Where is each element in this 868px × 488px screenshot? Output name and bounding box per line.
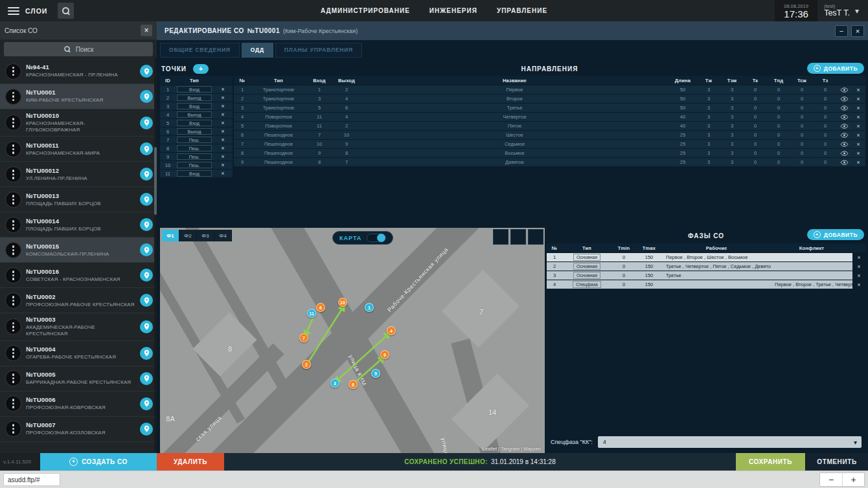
map-pin-icon[interactable] — [140, 294, 153, 307]
point-row[interactable]: 9 Пеш. × — [160, 153, 233, 161]
scrollbar[interactable] — [154, 58, 157, 452]
url-box[interactable]: asudd.ftp/# — [3, 473, 60, 486]
menu-icon[interactable] — [8, 7, 19, 15]
zoom-out-button[interactable]: − — [820, 473, 842, 486]
eye-icon[interactable] — [837, 149, 851, 157]
point-type-select[interactable]: Вход — [177, 120, 212, 126]
delete-icon[interactable]: × — [213, 94, 233, 102]
delete-icon[interactable]: × — [213, 144, 233, 152]
point-type-select[interactable]: Пеш. — [177, 145, 212, 151]
map-pin-icon[interactable] — [140, 320, 153, 333]
delete-icon[interactable]: × — [213, 136, 233, 144]
map-pin-icon[interactable] — [140, 193, 153, 206]
map-pin-icon[interactable] — [140, 269, 153, 282]
delete-icon[interactable]: × — [213, 161, 233, 169]
point-row[interactable]: 5 Вход × — [160, 119, 233, 127]
eye-icon[interactable] — [837, 94, 851, 103]
map-tool-button[interactable] — [493, 229, 508, 245]
direction-row[interactable]: 9 Пешеходное 8 7 Девятое 25 3 3 0 0 0 0 … — [234, 158, 865, 166]
map-point-marker[interactable]: 5 — [371, 369, 380, 378]
point-type-select[interactable]: Пеш. — [177, 137, 212, 143]
minimize-icon[interactable]: − — [835, 25, 848, 37]
tab-1[interactable]: ОБЩИЕ СВЕДЕНИЯ — [160, 43, 240, 58]
tab-3[interactable]: ПЛАНЫ УПРАВЛЕНИЯ — [275, 43, 362, 58]
delete-icon[interactable]: × — [851, 104, 865, 112]
tab-2[interactable]: ОДД — [242, 43, 273, 58]
list-item[interactable]: №TU00013 ПЛОЩАДЬ ПАВШИХ БОРЦОВ — [0, 187, 157, 212]
delete-icon[interactable]: × — [851, 85, 865, 94]
save-button[interactable]: СОХРАНИТЬ — [736, 453, 805, 471]
delete-icon[interactable]: × — [851, 113, 865, 121]
delete-icon[interactable]: × — [852, 280, 865, 289]
point-type-select[interactable]: Пеш. — [177, 153, 212, 160]
direction-row[interactable]: 6 Пешеходное 7 10 Шестое 25 3 3 0 0 0 0 … — [234, 131, 865, 139]
search-input[interactable]: Поиск — [4, 42, 153, 56]
map-pin-icon[interactable] — [140, 423, 153, 436]
delete-icon[interactable]: × — [852, 271, 865, 280]
direction-row[interactable]: 3 Транспортное 5 6 Третье 50 3 3 0 0 0 0… — [234, 104, 865, 112]
direction-row[interactable]: 2 Транспортное 3 4 Второе 50 3 3 0 0 0 0… — [234, 94, 865, 103]
point-type-select[interactable]: Вход — [177, 103, 212, 109]
map-pin-icon[interactable] — [140, 90, 153, 103]
point-row[interactable]: 10 Пеш. × — [160, 161, 233, 169]
eye-icon[interactable] — [837, 113, 851, 121]
map-point-marker[interactable]: 8 — [348, 380, 358, 389]
delete-icon[interactable]: × — [851, 158, 865, 166]
user-menu[interactable]: (test) TesT T. ▾ — [817, 0, 868, 21]
nav-item-3[interactable]: УПРАВЛЕНИЕ — [497, 7, 547, 14]
map-toggle-switch[interactable] — [367, 234, 386, 242]
point-row[interactable]: 3 Вход × — [160, 102, 233, 110]
close-icon[interactable]: × — [141, 25, 152, 36]
map-phase-button-Ф3[interactable]: Ф3 — [197, 230, 214, 241]
nav-item-2[interactable]: ИНЖЕНЕРИЯ — [429, 7, 477, 14]
add-phase-button[interactable]: + ДОБАВИТЬ — [807, 229, 864, 240]
map-point-marker[interactable]: 3 — [330, 379, 339, 388]
phase-type-select[interactable]: Основная — [573, 272, 600, 279]
list-item[interactable]: №94-41 КРАСНОЗНАМЕНСКАЯ - ПР.ЛЕНИНА — [0, 59, 157, 84]
eye-icon[interactable] — [837, 85, 851, 94]
delete-icon[interactable]: × — [851, 131, 865, 139]
map-pin-icon[interactable] — [140, 347, 153, 360]
map-point-marker[interactable]: 10 — [338, 298, 347, 307]
nav-item-1[interactable]: АДМИНИСТРИРОВАНИЕ — [321, 7, 410, 14]
eye-icon[interactable] — [837, 104, 851, 112]
phase-type-select[interactable]: Основная — [573, 263, 600, 270]
phase-type-select[interactable]: Основная — [573, 254, 600, 261]
delete-icon[interactable]: × — [213, 119, 233, 127]
point-type-select[interactable]: Вход — [177, 86, 212, 93]
delete-icon[interactable]: × — [213, 128, 233, 135]
map-pin-icon[interactable] — [140, 397, 153, 410]
direction-row[interactable]: 8 Пешеходное 9 8 Восьмое 25 3 3 0 0 0 0 … — [234, 149, 865, 157]
delete-icon[interactable]: × — [213, 170, 233, 177]
map-phase-button-Ф2[interactable]: Ф2 — [179, 230, 197, 241]
map-pin-icon[interactable] — [140, 243, 153, 256]
map[interactable]: Рабоче-Крестьянская улицаулица КИМская у… — [160, 228, 545, 453]
eye-icon[interactable] — [837, 158, 851, 166]
map-pin-icon[interactable] — [140, 218, 153, 231]
search-button[interactable] — [58, 3, 74, 19]
delete-icon[interactable]: × — [213, 111, 233, 118]
map-pin-icon[interactable] — [140, 65, 153, 78]
map-pin-icon[interactable] — [140, 142, 153, 155]
phase-row[interactable]: 4 Спецфаза 0 150 Первое , Второе , Треть… — [547, 280, 865, 289]
list-item[interactable]: №TU00012 УЛ.ЛЕНИНА-ПР.ЛЕНИНА — [0, 162, 157, 187]
map-point-marker[interactable]: 6 — [316, 303, 325, 312]
point-row[interactable]: 1 Вход × — [160, 85, 233, 93]
delete-icon[interactable]: × — [851, 122, 865, 130]
special-phase-select[interactable]: 4 ▾ — [598, 436, 862, 448]
create-co-button[interactable]: + СОЗДАТЬ СО — [40, 453, 157, 471]
map-point-marker[interactable]: 9 — [380, 350, 389, 359]
add-direction-button[interactable]: + ДОБАВИТЬ — [807, 63, 864, 74]
list-item[interactable]: №TU00015 КОМСОМАОЛЬСКАЯ-ПР.ЛЕНИНА — [0, 238, 157, 263]
delete-icon[interactable]: × — [851, 149, 865, 157]
list-item[interactable]: №TU0004 ОГАРЕВА-РАБОЧЕ КРЕСТЬЯНСКАЯ — [0, 341, 157, 366]
point-row[interactable]: 11 Вход × — [160, 170, 233, 177]
map-point-marker[interactable]: 7 — [299, 333, 308, 342]
point-row[interactable]: 8 Пеш. × — [160, 144, 233, 152]
map-tool-button[interactable] — [510, 229, 526, 245]
delete-icon[interactable]: × — [851, 140, 865, 148]
point-type-select[interactable]: Вход — [177, 170, 212, 177]
delete-icon[interactable]: × — [852, 253, 865, 261]
delete-button[interactable]: УДАЛИТЬ — [157, 453, 224, 471]
map-pin-icon[interactable] — [140, 116, 153, 129]
